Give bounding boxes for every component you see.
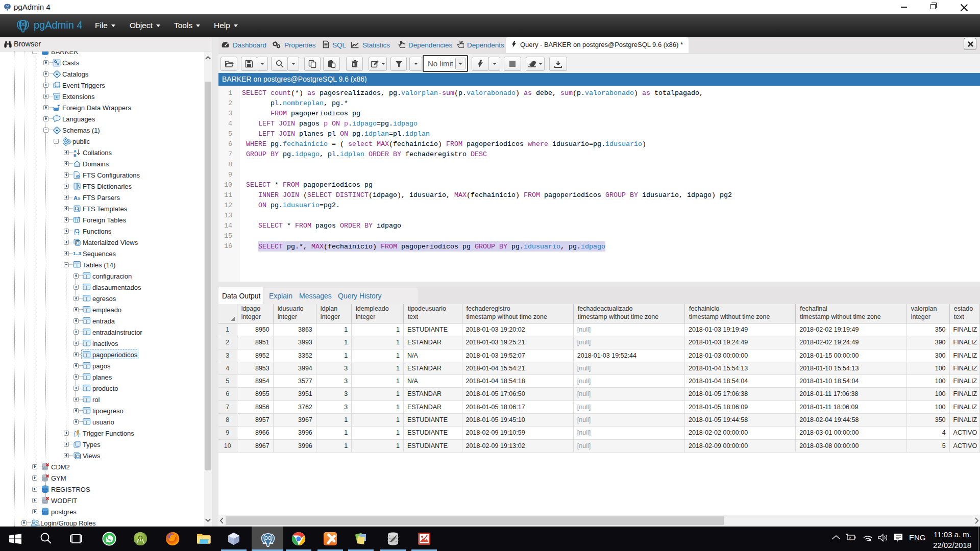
- svg-text:B: B: [74, 153, 77, 157]
- svg-text:A: A: [74, 194, 78, 201]
- svg-text:a: a: [78, 195, 80, 201]
- svg-text:1..3: 1..3: [73, 251, 81, 256]
- svg-text:x: x: [849, 536, 851, 540]
